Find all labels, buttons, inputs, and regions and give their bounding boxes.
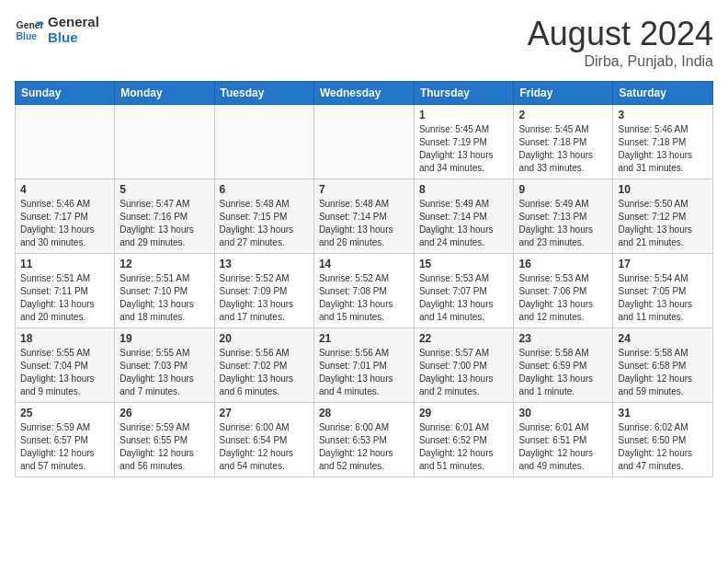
day-info: Sunrise: 5:54 AMSunset: 7:05 PMDaylight:… [618, 272, 708, 324]
logo-icon: General Blue [15, 16, 44, 45]
calendar-cell: 21Sunrise: 5:56 AMSunset: 7:01 PMDayligh… [313, 328, 414, 403]
day-info: Sunrise: 5:48 AMSunset: 7:14 PMDaylight:… [319, 198, 409, 249]
calendar-cell: 22Sunrise: 5:57 AMSunset: 7:00 PMDayligh… [414, 328, 514, 403]
calendar-week-1: 1Sunrise: 5:45 AMSunset: 7:19 PMDaylight… [16, 105, 713, 179]
calendar-cell: 10Sunrise: 5:50 AMSunset: 7:12 PMDayligh… [613, 179, 713, 254]
day-header-tuesday: Tuesday [214, 82, 313, 105]
location: Dirba, Punjab, India [528, 53, 713, 70]
calendar-cell [313, 105, 414, 179]
logo: General Blue General Blue [15, 15, 99, 45]
calendar-cell: 24Sunrise: 5:58 AMSunset: 6:58 PMDayligh… [613, 328, 713, 403]
calendar-cell: 3Sunrise: 5:46 AMSunset: 7:18 PMDaylight… [613, 105, 713, 179]
calendar-cell: 2Sunrise: 5:45 AMSunset: 7:18 PMDaylight… [514, 105, 613, 179]
day-info: Sunrise: 6:01 AMSunset: 6:52 PMDaylight:… [419, 421, 509, 473]
calendar-cell: 20Sunrise: 5:56 AMSunset: 7:02 PMDayligh… [214, 328, 313, 403]
calendar-cell: 18Sunrise: 5:55 AMSunset: 7:04 PMDayligh… [16, 328, 115, 403]
calendar-cell: 27Sunrise: 6:00 AMSunset: 6:54 PMDayligh… [214, 403, 313, 477]
title-block: August 2024 Dirba, Punjab, India [528, 15, 713, 70]
calendar-cell: 30Sunrise: 6:01 AMSunset: 6:51 PMDayligh… [514, 403, 613, 477]
calendar-cell: 14Sunrise: 5:52 AMSunset: 7:08 PMDayligh… [313, 254, 414, 328]
day-info: Sunrise: 5:51 AMSunset: 7:11 PMDaylight:… [20, 272, 109, 324]
day-header-monday: Monday [115, 82, 214, 105]
day-info: Sunrise: 6:00 AMSunset: 6:53 PMDaylight:… [319, 421, 409, 473]
day-info: Sunrise: 5:48 AMSunset: 7:15 PMDaylight:… [220, 198, 309, 249]
day-info: Sunrise: 5:58 AMSunset: 6:59 PMDaylight:… [518, 347, 608, 398]
calendar-cell: 16Sunrise: 5:53 AMSunset: 7:06 PMDayligh… [514, 254, 613, 328]
day-info: Sunrise: 6:02 AMSunset: 6:50 PMDaylight:… [618, 421, 708, 473]
day-number: 27 [220, 407, 309, 419]
day-number: 13 [220, 258, 309, 270]
day-number: 3 [618, 109, 708, 121]
calendar-week-4: 18Sunrise: 5:55 AMSunset: 7:04 PMDayligh… [16, 328, 713, 403]
day-info: Sunrise: 5:53 AMSunset: 7:07 PMDaylight:… [419, 272, 509, 324]
month-title: August 2024 [528, 15, 713, 53]
calendar-week-2: 4Sunrise: 5:46 AMSunset: 7:17 PMDaylight… [16, 179, 713, 254]
day-header-thursday: Thursday [414, 82, 514, 105]
calendar-cell: 12Sunrise: 5:51 AMSunset: 7:10 PMDayligh… [115, 254, 214, 328]
day-number: 9 [518, 183, 608, 196]
day-header-wednesday: Wednesday [313, 82, 414, 105]
calendar-cell: 23Sunrise: 5:58 AMSunset: 6:59 PMDayligh… [514, 328, 613, 403]
day-number: 2 [518, 109, 608, 121]
day-info: Sunrise: 5:51 AMSunset: 7:10 PMDaylight:… [119, 272, 209, 324]
calendar-cell: 31Sunrise: 6:02 AMSunset: 6:50 PMDayligh… [613, 403, 713, 477]
logo-line1: General [48, 15, 99, 30]
day-number: 23 [518, 332, 608, 345]
day-info: Sunrise: 5:47 AMSunset: 7:16 PMDaylight:… [119, 198, 209, 249]
calendar-cell: 19Sunrise: 5:55 AMSunset: 7:03 PMDayligh… [115, 328, 214, 403]
day-info: Sunrise: 5:56 AMSunset: 7:01 PMDaylight:… [319, 347, 409, 398]
calendar-week-5: 25Sunrise: 5:59 AMSunset: 6:57 PMDayligh… [16, 403, 713, 477]
day-number: 6 [220, 183, 309, 196]
day-info: Sunrise: 5:46 AMSunset: 7:18 PMDaylight:… [618, 123, 708, 175]
day-number: 19 [119, 332, 209, 345]
day-number: 30 [518, 407, 608, 419]
day-info: Sunrise: 6:00 AMSunset: 6:54 PMDaylight:… [220, 421, 309, 473]
day-number: 18 [20, 332, 109, 345]
calendar-cell: 26Sunrise: 5:59 AMSunset: 6:55 PMDayligh… [115, 403, 214, 477]
calendar-cell: 25Sunrise: 5:59 AMSunset: 6:57 PMDayligh… [16, 403, 115, 477]
day-number: 8 [419, 183, 509, 196]
calendar-cell [214, 105, 313, 179]
day-number: 21 [319, 332, 409, 345]
day-number: 7 [319, 183, 409, 196]
calendar-cell: 5Sunrise: 5:47 AMSunset: 7:16 PMDaylight… [115, 179, 214, 254]
day-info: Sunrise: 5:52 AMSunset: 7:09 PMDaylight:… [220, 272, 309, 324]
day-number: 16 [518, 258, 608, 270]
day-info: Sunrise: 5:50 AMSunset: 7:12 PMDaylight:… [618, 198, 708, 249]
day-number: 12 [119, 258, 209, 270]
day-number: 20 [220, 332, 309, 345]
day-number: 24 [618, 332, 708, 345]
day-info: Sunrise: 5:49 AMSunset: 7:14 PMDaylight:… [419, 198, 509, 249]
day-info: Sunrise: 5:55 AMSunset: 7:04 PMDaylight:… [20, 347, 109, 398]
calendar-table: SundayMondayTuesdayWednesdayThursdayFrid… [15, 81, 713, 477]
day-number: 25 [20, 407, 109, 419]
calendar-cell: 8Sunrise: 5:49 AMSunset: 7:14 PMDaylight… [414, 179, 514, 254]
day-info: Sunrise: 5:45 AMSunset: 7:19 PMDaylight:… [419, 123, 509, 175]
day-header-saturday: Saturday [613, 82, 713, 105]
day-number: 26 [119, 407, 209, 419]
day-number: 1 [419, 109, 509, 121]
day-number: 14 [319, 258, 409, 270]
calendar-cell: 15Sunrise: 5:53 AMSunset: 7:07 PMDayligh… [414, 254, 514, 328]
day-number: 22 [419, 332, 509, 345]
calendar-week-3: 11Sunrise: 5:51 AMSunset: 7:11 PMDayligh… [16, 254, 713, 328]
page-header: General Blue General Blue August 2024 Di… [15, 15, 713, 70]
calendar-cell: 11Sunrise: 5:51 AMSunset: 7:11 PMDayligh… [16, 254, 115, 328]
calendar-cell: 6Sunrise: 5:48 AMSunset: 7:15 PMDaylight… [214, 179, 313, 254]
day-header-sunday: Sunday [16, 82, 115, 105]
day-info: Sunrise: 5:57 AMSunset: 7:00 PMDaylight:… [419, 347, 509, 398]
day-number: 10 [618, 183, 708, 196]
day-info: Sunrise: 5:45 AMSunset: 7:18 PMDaylight:… [518, 123, 608, 175]
day-info: Sunrise: 5:49 AMSunset: 7:13 PMDaylight:… [518, 198, 608, 249]
day-number: 28 [319, 407, 409, 419]
calendar-cell: 9Sunrise: 5:49 AMSunset: 7:13 PMDaylight… [514, 179, 613, 254]
svg-text:Blue: Blue [17, 30, 38, 40]
calendar-header-row: SundayMondayTuesdayWednesdayThursdayFrid… [16, 82, 713, 105]
day-info: Sunrise: 6:01 AMSunset: 6:51 PMDaylight:… [518, 421, 608, 473]
day-number: 4 [20, 183, 109, 196]
day-info: Sunrise: 5:59 AMSunset: 6:57 PMDaylight:… [20, 421, 109, 473]
day-info: Sunrise: 5:55 AMSunset: 7:03 PMDaylight:… [119, 347, 209, 398]
day-header-friday: Friday [514, 82, 613, 105]
day-info: Sunrise: 5:46 AMSunset: 7:17 PMDaylight:… [20, 198, 109, 249]
calendar-cell: 13Sunrise: 5:52 AMSunset: 7:09 PMDayligh… [214, 254, 313, 328]
